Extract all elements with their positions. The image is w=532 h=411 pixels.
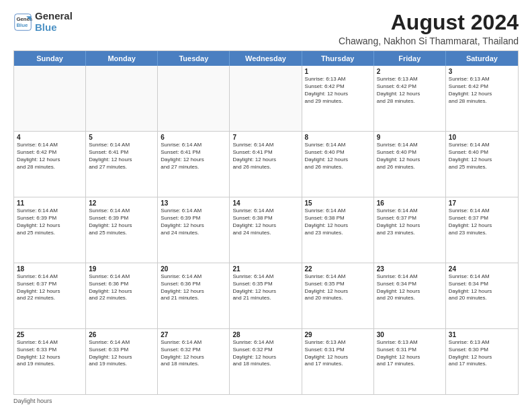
title-block: August 2024 Chawang, Nakhon Si Thammarat… xyxy=(339,11,519,46)
day-number: 9 xyxy=(377,134,443,141)
day-number: 16 xyxy=(377,199,443,207)
day-number: 7 xyxy=(232,134,298,141)
day-number: 23 xyxy=(377,265,443,273)
calendar-week: 1Sunrise: 6:13 AMSunset: 6:42 PMDaylight… xyxy=(14,66,518,132)
calendar-header-cell: Monday xyxy=(86,51,158,66)
calendar-cell: 8Sunrise: 6:14 AMSunset: 6:40 PMDaylight… xyxy=(302,132,374,197)
calendar-cell: 3Sunrise: 6:13 AMSunset: 6:42 PMDaylight… xyxy=(446,66,518,131)
calendar-cell: 11Sunrise: 6:14 AMSunset: 6:39 PMDayligh… xyxy=(14,197,86,263)
calendar-cell: 4Sunrise: 6:14 AMSunset: 6:42 PMDaylight… xyxy=(14,132,86,197)
calendar-cell: 30Sunrise: 6:13 AMSunset: 6:31 PMDayligh… xyxy=(374,329,446,394)
day-number: 24 xyxy=(449,265,515,273)
day-number: 26 xyxy=(89,331,154,338)
calendar-cell: 17Sunrise: 6:14 AMSunset: 6:37 PMDayligh… xyxy=(446,197,518,263)
cell-info: Sunrise: 6:14 AMSunset: 6:37 PMDaylight:… xyxy=(377,208,443,236)
calendar-header-cell: Thursday xyxy=(302,51,374,66)
calendar-cell: 6Sunrise: 6:14 AMSunset: 6:41 PMDaylight… xyxy=(158,132,230,197)
day-number: 13 xyxy=(161,199,226,207)
cell-info: Sunrise: 6:13 AMSunset: 6:31 PMDaylight:… xyxy=(377,339,443,368)
calendar-cell: 10Sunrise: 6:14 AMSunset: 6:40 PMDayligh… xyxy=(446,132,518,197)
svg-text:Blue: Blue xyxy=(16,22,28,28)
day-number: 21 xyxy=(232,265,298,273)
calendar-cell xyxy=(86,66,158,131)
calendar-cell: 16Sunrise: 6:14 AMSunset: 6:37 PMDayligh… xyxy=(374,197,446,263)
cell-info: Sunrise: 6:14 AMSunset: 6:35 PMDaylight:… xyxy=(305,273,371,302)
calendar-cell: 14Sunrise: 6:14 AMSunset: 6:38 PMDayligh… xyxy=(230,197,302,263)
day-number: 1 xyxy=(305,68,371,75)
cell-info: Sunrise: 6:14 AMSunset: 6:33 PMDaylight:… xyxy=(17,339,83,368)
calendar-cell: 1Sunrise: 6:13 AMSunset: 6:42 PMDaylight… xyxy=(302,66,374,131)
calendar-cell: 24Sunrise: 6:14 AMSunset: 6:34 PMDayligh… xyxy=(446,263,518,328)
logo: General Blue General Blue xyxy=(13,11,73,33)
calendar-cell: 29Sunrise: 6:13 AMSunset: 6:31 PMDayligh… xyxy=(302,329,374,394)
day-number: 20 xyxy=(161,265,226,273)
month-year: August 2024 xyxy=(339,11,519,34)
calendar-cell: 20Sunrise: 6:14 AMSunset: 6:36 PMDayligh… xyxy=(158,263,230,328)
day-number: 25 xyxy=(17,331,83,338)
day-number: 6 xyxy=(161,134,226,141)
calendar-cell: 22Sunrise: 6:14 AMSunset: 6:35 PMDayligh… xyxy=(302,263,374,328)
day-number: 2 xyxy=(377,68,443,75)
cell-info: Sunrise: 6:13 AMSunset: 6:30 PMDaylight:… xyxy=(449,339,515,368)
calendar-cell: 13Sunrise: 6:14 AMSunset: 6:39 PMDayligh… xyxy=(158,197,230,263)
day-number: 28 xyxy=(232,331,298,338)
cell-info: Sunrise: 6:13 AMSunset: 6:42 PMDaylight:… xyxy=(305,76,371,105)
day-number: 14 xyxy=(232,199,298,207)
day-number: 11 xyxy=(17,199,83,207)
day-number: 15 xyxy=(305,199,371,207)
day-number: 30 xyxy=(377,331,443,338)
calendar-cell: 9Sunrise: 6:14 AMSunset: 6:40 PMDaylight… xyxy=(374,132,446,197)
calendar-cell: 25Sunrise: 6:14 AMSunset: 6:33 PMDayligh… xyxy=(14,329,86,394)
cell-info: Sunrise: 6:14 AMSunset: 6:36 PMDaylight:… xyxy=(161,273,226,302)
cell-info: Sunrise: 6:13 AMSunset: 6:42 PMDaylight:… xyxy=(449,76,515,105)
calendar-cell: 5Sunrise: 6:14 AMSunset: 6:41 PMDaylight… xyxy=(86,132,158,197)
calendar-week: 18Sunrise: 6:14 AMSunset: 6:37 PMDayligh… xyxy=(14,263,518,329)
calendar-header-cell: Sunday xyxy=(14,51,86,66)
calendar-header-cell: Saturday xyxy=(446,51,518,66)
cell-info: Sunrise: 6:14 AMSunset: 6:40 PMDaylight:… xyxy=(377,142,443,171)
calendar-cell: 18Sunrise: 6:14 AMSunset: 6:37 PMDayligh… xyxy=(14,263,86,328)
header: General Blue General Blue August 2024 Ch… xyxy=(13,11,519,46)
cell-info: Sunrise: 6:14 AMSunset: 6:41 PMDaylight:… xyxy=(161,142,226,171)
cell-info: Sunrise: 6:14 AMSunset: 6:38 PMDaylight:… xyxy=(232,208,298,236)
day-number: 27 xyxy=(161,331,226,338)
calendar-cell: 12Sunrise: 6:14 AMSunset: 6:39 PMDayligh… xyxy=(86,197,158,263)
cell-info: Sunrise: 6:14 AMSunset: 6:41 PMDaylight:… xyxy=(89,142,154,171)
day-number: 3 xyxy=(449,68,515,75)
cell-info: Sunrise: 6:14 AMSunset: 6:33 PMDaylight:… xyxy=(89,339,154,368)
cell-info: Sunrise: 6:14 AMSunset: 6:40 PMDaylight:… xyxy=(449,142,515,171)
cell-info: Sunrise: 6:14 AMSunset: 6:36 PMDaylight:… xyxy=(89,273,154,302)
cell-info: Sunrise: 6:14 AMSunset: 6:37 PMDaylight:… xyxy=(449,208,515,236)
cell-info: Sunrise: 6:14 AMSunset: 6:40 PMDaylight:… xyxy=(305,142,371,171)
calendar-cell: 28Sunrise: 6:14 AMSunset: 6:32 PMDayligh… xyxy=(230,329,302,394)
logo-line2: Blue xyxy=(35,22,73,34)
cell-info: Sunrise: 6:14 AMSunset: 6:39 PMDaylight:… xyxy=(89,208,154,236)
day-number: 5 xyxy=(89,134,154,141)
calendar-cell xyxy=(14,66,86,131)
calendar-cell: 21Sunrise: 6:14 AMSunset: 6:35 PMDayligh… xyxy=(230,263,302,328)
calendar-cell: 23Sunrise: 6:14 AMSunset: 6:34 PMDayligh… xyxy=(374,263,446,328)
page: General Blue General Blue August 2024 Ch… xyxy=(0,0,532,411)
logo-line1: General xyxy=(35,11,73,22)
cell-info: Sunrise: 6:13 AMSunset: 6:42 PMDaylight:… xyxy=(377,76,443,105)
calendar-cell: 2Sunrise: 6:13 AMSunset: 6:42 PMDaylight… xyxy=(374,66,446,131)
cell-info: Sunrise: 6:14 AMSunset: 6:39 PMDaylight:… xyxy=(161,208,226,236)
calendar-week: 11Sunrise: 6:14 AMSunset: 6:39 PMDayligh… xyxy=(14,197,518,263)
day-number: 4 xyxy=(17,134,83,141)
calendar-cell: 7Sunrise: 6:14 AMSunset: 6:41 PMDaylight… xyxy=(230,132,302,197)
calendar-cell: 15Sunrise: 6:14 AMSunset: 6:38 PMDayligh… xyxy=(302,197,374,263)
cell-info: Sunrise: 6:13 AMSunset: 6:31 PMDaylight:… xyxy=(305,339,371,368)
calendar-cell xyxy=(158,66,230,131)
cell-info: Sunrise: 6:14 AMSunset: 6:35 PMDaylight:… xyxy=(232,273,298,302)
logo-icon: General Blue xyxy=(13,13,32,32)
calendar-cell: 19Sunrise: 6:14 AMSunset: 6:36 PMDayligh… xyxy=(86,263,158,328)
cell-info: Sunrise: 6:14 AMSunset: 6:41 PMDaylight:… xyxy=(232,142,298,171)
cell-info: Sunrise: 6:14 AMSunset: 6:42 PMDaylight:… xyxy=(17,142,83,171)
calendar-header-cell: Tuesday xyxy=(158,51,230,66)
calendar-header-cell: Friday xyxy=(374,51,446,66)
calendar-header-cell: Wednesday xyxy=(230,51,302,66)
day-number: 22 xyxy=(305,265,371,273)
calendar-body: 1Sunrise: 6:13 AMSunset: 6:42 PMDaylight… xyxy=(14,66,518,394)
cell-info: Sunrise: 6:14 AMSunset: 6:32 PMDaylight:… xyxy=(232,339,298,368)
day-number: 12 xyxy=(89,199,154,207)
